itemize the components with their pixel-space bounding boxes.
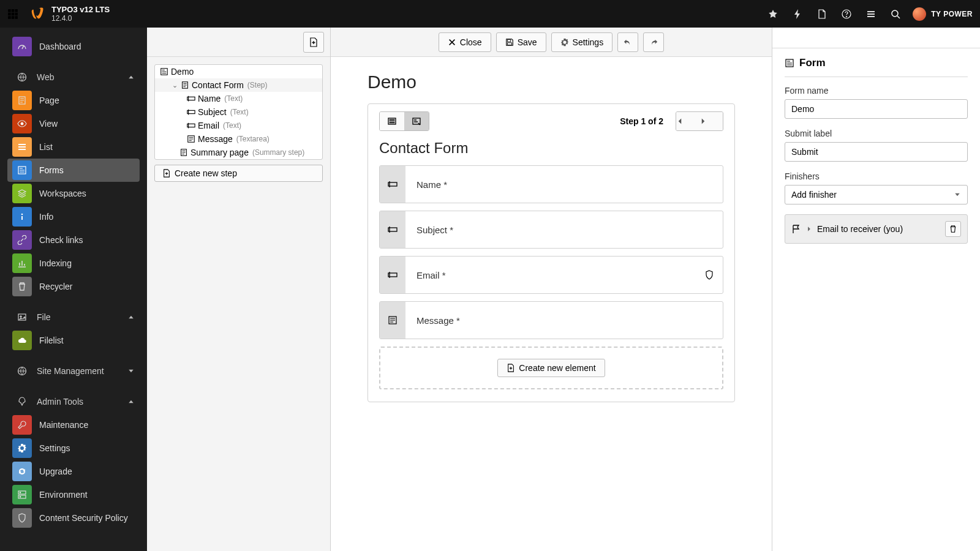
sidebar-item-forms[interactable]: Forms (7, 159, 140, 182)
prev-step-button[interactable] (676, 112, 699, 130)
sidebar-item-upgrade[interactable]: Upgrade (7, 460, 140, 483)
sidebar-item-checklinks[interactable]: Check links (7, 228, 140, 252)
input-icon (187, 121, 195, 130)
link-icon (12, 230, 32, 250)
sidebar-section-admin[interactable]: Admin Tools (7, 390, 140, 413)
form-field-row[interactable]: Name * (379, 165, 723, 203)
preview-view-button[interactable] (404, 112, 429, 130)
form-step-card: Step 1 of 2 Contact Form Name * Subjec (368, 103, 735, 402)
tree-field[interactable]: Subject(Text) (155, 105, 322, 119)
systeminfo-icon[interactable] (859, 0, 883, 28)
preview-view-icon (412, 116, 421, 126)
help-icon[interactable] (834, 0, 859, 28)
form-field-row[interactable]: Email * (379, 256, 723, 294)
sidebar-dashboard[interactable]: Dashboard (7, 35, 140, 58)
gear-icon (12, 438, 32, 458)
undo-button[interactable] (617, 32, 638, 52)
create-element-button[interactable]: Create new element (497, 359, 605, 377)
sidebar-label: Workspaces (39, 189, 86, 198)
form-field-row[interactable]: Message * (379, 301, 723, 339)
tree-field[interactable]: Name(Text) (155, 92, 322, 105)
close-button[interactable]: Close (439, 32, 491, 52)
honeypot-badge (704, 270, 723, 280)
form-heading: Demo (368, 72, 735, 92)
sidebar-label: Recycler (39, 282, 72, 291)
submit-label-input[interactable] (785, 142, 968, 162)
sidebar-item-list[interactable]: List (7, 135, 140, 159)
bookmark-icon[interactable] (761, 0, 785, 28)
button-label: Save (518, 37, 537, 47)
tree-type: (Summary step) (252, 148, 304, 157)
eye-icon (12, 114, 32, 133)
field-label: Email * (405, 270, 704, 280)
view-mode-toggle (379, 111, 429, 131)
add-finisher-select[interactable]: Add finisher (785, 185, 968, 204)
sidebar-item-maintenance[interactable]: Maintenance (7, 413, 140, 437)
finisher-item[interactable]: Email to receiver (you) (785, 214, 968, 244)
save-button[interactable]: Save (496, 32, 546, 52)
sidebar-item-indexing[interactable]: Indexing (7, 252, 140, 275)
clear-cache-icon[interactable] (785, 0, 810, 28)
tree-root[interactable]: Demo (155, 65, 322, 78)
open-docs-icon[interactable] (810, 0, 834, 28)
step-indicator: Step 1 of 2 (620, 116, 663, 126)
inspector-title-text: Form (799, 57, 826, 69)
tree-field[interactable]: Email(Text) (155, 119, 322, 132)
delete-finisher-button[interactable] (945, 221, 961, 237)
field-label: Name * (405, 179, 723, 190)
tree-field[interactable]: Message(Textarea) (155, 132, 322, 146)
sidebar-section-file[interactable]: File (7, 305, 140, 329)
drag-handle[interactable] (380, 166, 405, 203)
sidebar-section-web[interactable]: Web (7, 66, 140, 89)
sidebar-item-environment[interactable]: Environment (7, 483, 140, 506)
drag-handle[interactable] (380, 257, 405, 293)
new-element-dropzone[interactable]: Create new element (379, 347, 723, 389)
sidebar-label: Maintenance (39, 420, 88, 430)
sidebar-item-settings[interactable]: Settings (7, 437, 140, 460)
sidebar-item-filelist[interactable]: Filelist (7, 329, 140, 352)
form-name-input[interactable] (785, 99, 968, 119)
redo-button[interactable] (643, 32, 664, 52)
info-icon (12, 207, 32, 227)
list-icon (12, 137, 32, 157)
search-icon[interactable] (883, 0, 908, 28)
sidebar-item-workspaces[interactable]: Workspaces (7, 182, 140, 205)
field-label: Message * (405, 315, 723, 326)
create-step-button[interactable]: Create new step (154, 165, 323, 182)
form-icon (785, 58, 794, 68)
chevron-down-icon (954, 191, 961, 198)
tree-label: Summary page (190, 148, 249, 157)
step-pager (676, 111, 723, 131)
sidebar-label: List (39, 142, 53, 152)
form-icon (160, 67, 168, 76)
sidebar-section-site[interactable]: Site Management (7, 359, 140, 383)
drag-handle[interactable] (380, 302, 405, 339)
sidebar-item-csp[interactable]: Content Security Policy (7, 506, 140, 530)
settings-button[interactable]: Settings (551, 32, 613, 52)
tree-summary[interactable]: Summary page (Summary step) (155, 146, 322, 159)
apps-grid-icon[interactable] (7, 9, 18, 20)
form-field-row[interactable]: Subject * (379, 211, 723, 249)
abstract-view-icon (387, 116, 397, 126)
drag-handle[interactable] (380, 211, 405, 248)
user-menu[interactable]: TY POWER (908, 7, 973, 21)
sidebar-label: Environment (39, 490, 88, 500)
gear-icon (560, 38, 569, 47)
next-step-button[interactable] (699, 112, 723, 130)
sidebar-label: Dashboard (39, 42, 81, 51)
toggle-icon[interactable]: ⌄ (171, 81, 178, 89)
tree-step[interactable]: ⌄ Contact Form (Step) (155, 78, 322, 92)
input-icon (187, 108, 195, 116)
sidebar-item-info[interactable]: Info (7, 205, 140, 228)
button-label: Close (460, 37, 482, 47)
sidebar-item-view[interactable]: View (7, 112, 140, 135)
select-placeholder: Add finisher (791, 190, 837, 200)
close-icon (448, 38, 456, 47)
shield-icon (12, 508, 32, 528)
sidebar-item-recycler[interactable]: Recycler (7, 275, 140, 298)
chevron-left-icon (676, 118, 684, 125)
abstract-view-button[interactable] (380, 112, 404, 130)
chevron-right-icon (699, 118, 707, 125)
new-form-button[interactable] (303, 32, 324, 53)
sidebar-item-page[interactable]: Page (7, 89, 140, 112)
